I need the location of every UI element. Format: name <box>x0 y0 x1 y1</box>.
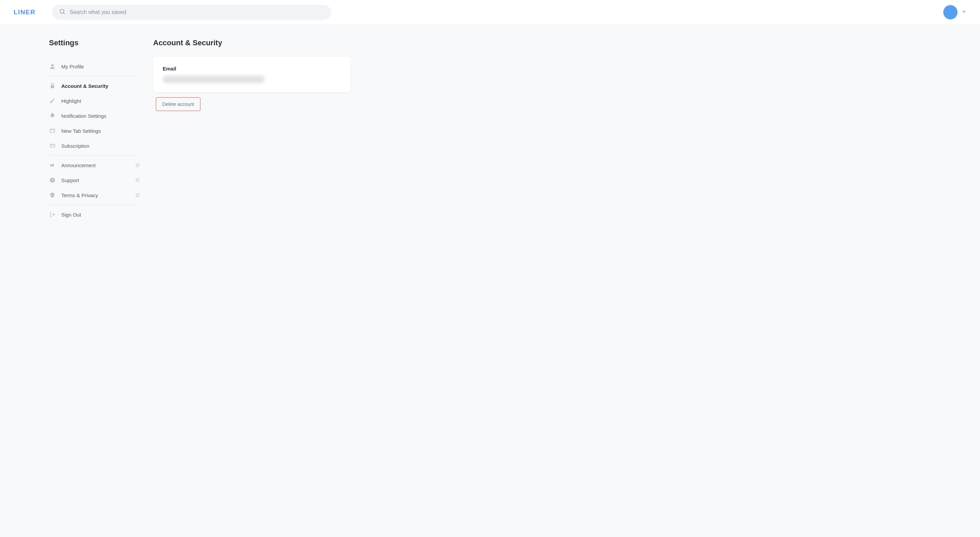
search-input[interactable] <box>70 9 324 15</box>
sidebar: Settings My Profile Account & Security <box>0 38 140 523</box>
svg-point-2 <box>51 64 54 66</box>
main: Account & Security Email Delete account <box>140 38 980 523</box>
content: Settings My Profile Account & Security <box>0 25 980 537</box>
search-container[interactable] <box>52 5 331 20</box>
sidebar-section: Announcement ? Support Terms & Privacy <box>49 156 140 205</box>
card-icon <box>49 142 56 149</box>
sidebar-item-label: Terms & Privacy <box>61 193 98 198</box>
megaphone-icon <box>49 162 56 169</box>
svg-rect-6 <box>50 144 55 147</box>
external-link-icon <box>135 177 140 183</box>
person-icon <box>49 63 56 70</box>
sidebar-item-label: Announcement <box>61 163 95 168</box>
sidebar-title: Settings <box>49 38 140 47</box>
sidebar-section: Sign Out <box>49 205 140 224</box>
sidebar-item-subscription[interactable]: Subscription <box>49 138 140 153</box>
signout-icon <box>49 211 56 218</box>
sidebar-item-label: Support <box>61 177 79 183</box>
external-link-icon <box>135 163 140 168</box>
sidebar-item-label: Subscription <box>61 143 89 149</box>
avatar[interactable] <box>943 5 958 19</box>
shield-icon <box>49 192 56 199</box>
lock-icon <box>49 83 56 89</box>
sidebar-item-my-profile[interactable]: My Profile <box>49 59 140 74</box>
svg-rect-3 <box>51 86 54 88</box>
sidebar-item-highlight[interactable]: Highlight <box>49 93 140 108</box>
sidebar-section: Account & Security Highlight Notificatio… <box>49 76 140 156</box>
page-title: Account & Security <box>153 38 980 47</box>
sidebar-item-label: My Profile <box>61 64 84 70</box>
delete-account-button[interactable]: Delete account <box>156 97 200 111</box>
sidebar-section: My Profile <box>49 57 140 76</box>
email-label: Email <box>163 66 341 72</box>
sidebar-item-label: Sign Out <box>61 212 81 218</box>
sidebar-item-terms-privacy[interactable]: Terms & Privacy <box>49 188 140 202</box>
chevron-down-icon[interactable] <box>962 9 966 15</box>
sidebar-item-label: New Tab Settings <box>61 128 101 134</box>
sidebar-item-sign-out[interactable]: Sign Out <box>49 207 140 222</box>
sidebar-item-support[interactable]: ? Support <box>49 173 140 188</box>
question-icon: ? <box>49 177 56 183</box>
search-icon <box>59 8 70 16</box>
email-card: Email <box>153 57 350 92</box>
svg-point-0 <box>60 9 64 13</box>
sidebar-item-new-tab[interactable]: New Tab Settings <box>49 123 140 138</box>
logo[interactable]: LINER <box>14 8 36 16</box>
sidebar-item-announcement[interactable]: Announcement <box>49 158 140 173</box>
svg-line-1 <box>63 13 65 14</box>
sidebar-item-label: Notification Settings <box>61 113 107 119</box>
svg-text:?: ? <box>51 178 53 182</box>
svg-rect-4 <box>50 129 55 133</box>
external-link-icon <box>135 193 140 198</box>
email-value-redacted <box>163 76 265 83</box>
header: LINER <box>0 0 980 25</box>
sidebar-item-label: Account & Security <box>61 83 108 89</box>
sidebar-item-account-security[interactable]: Account & Security <box>49 78 140 93</box>
pencil-icon <box>49 97 56 104</box>
sidebar-item-notification[interactable]: Notification Settings <box>49 108 140 123</box>
sidebar-item-label: Highlight <box>61 98 81 104</box>
bell-icon <box>49 112 56 119</box>
tab-icon <box>49 127 56 134</box>
header-right <box>943 5 966 19</box>
